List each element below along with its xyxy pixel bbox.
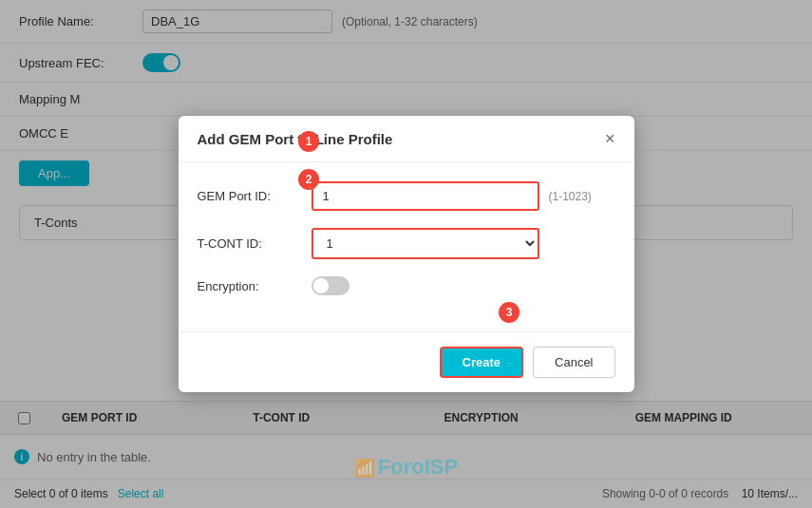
- encryption-row: Encryption:: [198, 276, 615, 295]
- modal-close-button[interactable]: ×: [605, 130, 615, 147]
- t-cont-id-label: T-CONT ID:: [198, 236, 312, 251]
- modal-dialog: Add GEM Port to Line Profile × GEM Port …: [179, 116, 634, 392]
- cancel-button[interactable]: Cancel: [533, 347, 614, 378]
- badge-2: 2: [298, 169, 319, 190]
- modal-title: Add GEM Port to Line Profile: [198, 131, 393, 147]
- t-cont-id-row: T-CONT ID: 1 2 3: [198, 228, 615, 259]
- encryption-label: Encryption:: [198, 279, 312, 293]
- modal-footer: Create Cancel: [179, 331, 634, 392]
- modal-header: Add GEM Port to Line Profile ×: [179, 116, 634, 162]
- t-cont-id-select[interactable]: 1 2 3: [312, 228, 539, 259]
- badge-1: 1: [298, 131, 319, 152]
- gem-port-id-input[interactable]: [312, 181, 539, 211]
- gem-port-id-label: GEM Port ID:: [198, 189, 312, 203]
- encryption-toggle[interactable]: [312, 276, 349, 295]
- modal-overlay: Add GEM Port to Line Profile × GEM Port …: [0, 0, 812, 508]
- gem-port-id-hint: (1-1023): [549, 190, 592, 203]
- modal-body: GEM Port ID: (1-1023) T-CONT ID: 1 2 3 E…: [179, 162, 634, 331]
- gem-port-id-row: GEM Port ID: (1-1023): [198, 181, 615, 211]
- create-button[interactable]: Create: [440, 347, 523, 378]
- badge-3: 3: [499, 302, 519, 323]
